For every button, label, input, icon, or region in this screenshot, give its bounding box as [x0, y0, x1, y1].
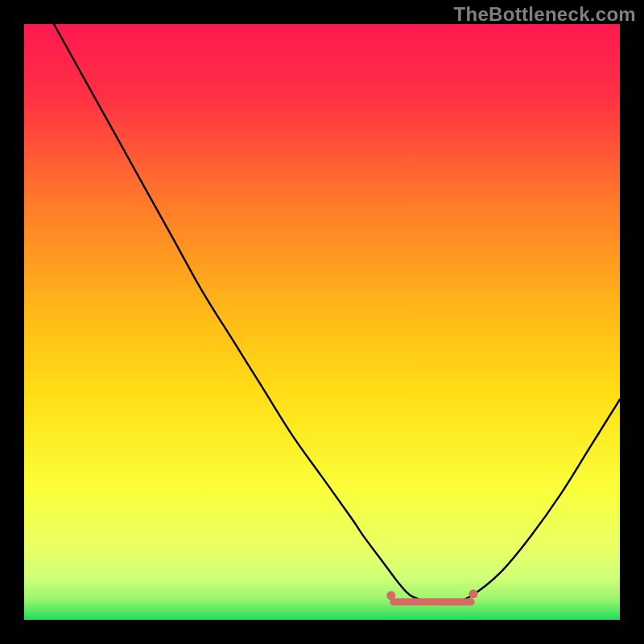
plot-area	[24, 24, 620, 620]
optimal-range-start-dot	[386, 591, 395, 600]
svg-rect-0	[24, 24, 620, 620]
watermark-text: TheBottleneck.com	[454, 3, 636, 26]
chart-container: TheBottleneck.com	[0, 0, 644, 644]
optimal-range-end-dot	[469, 589, 478, 598]
bottleneck-curve-chart	[24, 24, 620, 620]
